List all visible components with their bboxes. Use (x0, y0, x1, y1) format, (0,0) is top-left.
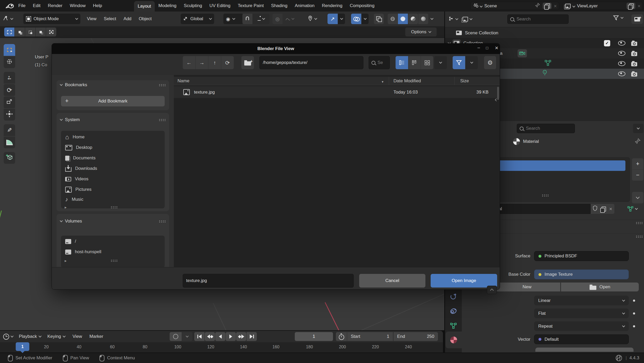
keying-set-dropdown[interactable] (182, 332, 192, 341)
base-color-value-dropdown[interactable]: Image Texture (534, 269, 629, 279)
panel-expand-icon[interactable] (65, 205, 67, 209)
proportional-falloff-dropdown[interactable] (282, 14, 297, 24)
path-input[interactable] (259, 56, 363, 69)
tool-move[interactable] (4, 72, 15, 84)
tab-object-data[interactable] (450, 322, 457, 331)
filter-settings-dropdown[interactable] (465, 56, 478, 69)
sort-descending-icon[interactable] (381, 79, 384, 84)
bookmarks-title[interactable]: Bookmarks (65, 82, 156, 88)
tab-compositing[interactable]: Compositing (346, 3, 378, 8)
scene-selector[interactable]: Scene (470, 2, 559, 10)
use-preview-range-toggle[interactable] (336, 332, 347, 341)
eye-icon[interactable] (618, 71, 625, 76)
outliner-search-input[interactable] (517, 17, 558, 22)
tab-texture-paint[interactable]: Texture Paint (234, 3, 267, 8)
system-grip[interactable] (159, 119, 165, 121)
play-reverse-button[interactable] (215, 332, 225, 341)
sidebar-item-downloads[interactable]: Downloads (61, 163, 165, 174)
proportional-edit-toggle[interactable] (273, 14, 282, 24)
vector-value-dropdown[interactable]: Default (534, 334, 629, 344)
tab-layout[interactable]: Layout (134, 1, 155, 12)
snap-with-dropdown[interactable] (253, 14, 269, 24)
forward-button[interactable] (196, 56, 208, 69)
visibility-chevron-icon[interactable] (314, 17, 317, 20)
overlays-toggle[interactable] (351, 14, 361, 24)
pivot-dropdown[interactable] (223, 14, 243, 24)
blender-logo-icon[interactable] (5, 2, 15, 11)
eye-icon[interactable] (618, 61, 625, 66)
tool-scale[interactable] (4, 96, 15, 108)
editor-type-button[interactable] (3, 15, 13, 23)
tab-rendering[interactable]: Rendering (318, 3, 346, 8)
timeline-view-menu[interactable]: View (69, 334, 86, 339)
menu-help[interactable]: Help (89, 3, 106, 8)
display-vertical-list-button[interactable] (396, 56, 408, 69)
tool-rotate[interactable] (4, 84, 15, 96)
shading-rendered-button[interactable] (418, 14, 428, 24)
new-folder-button[interactable]: + (241, 56, 254, 69)
snap-toggle[interactable] (242, 14, 252, 24)
keyframe-dot[interactable] (633, 300, 635, 302)
projection-dropdown[interactable]: Flat (534, 308, 629, 318)
frame-end-field[interactable]: End 250 (393, 332, 438, 341)
next-keyframe-button[interactable] (236, 332, 246, 341)
tab-modeling[interactable]: Modeling (155, 3, 180, 8)
scroll-up-caret-button[interactable] (487, 286, 497, 294)
scene-dropdown-chevron-icon[interactable] (480, 4, 482, 7)
properties-options-button[interactable] (633, 124, 643, 133)
tab-physics[interactable] (450, 293, 457, 301)
bookmarks-collapse-icon[interactable] (60, 83, 63, 86)
viewport-menu-object[interactable]: Object (135, 16, 155, 21)
copy-material-icon[interactable] (602, 207, 606, 212)
unlink-scene-icon[interactable] (554, 3, 557, 9)
filename-input[interactable] (183, 274, 354, 288)
menu-render[interactable]: Render (44, 3, 66, 8)
select-mode-invert-button[interactable] (36, 28, 46, 36)
bookmarks-grip[interactable] (159, 84, 165, 86)
sidebar-item-home[interactable]: Home (61, 132, 165, 142)
column-size[interactable]: Size (460, 78, 469, 84)
prev-keyframe-button[interactable] (205, 332, 215, 341)
panel-grip[interactable] (636, 222, 642, 224)
shading-wireframe-button[interactable] (388, 14, 398, 24)
tool-annotate[interactable] (4, 124, 15, 136)
viewport-menu-view[interactable]: View (83, 16, 100, 21)
maximize-icon[interactable]: □ (486, 46, 488, 50)
shading-dropdown-chevron-icon[interactable] (430, 17, 433, 20)
display-horizontal-list-button[interactable] (408, 56, 421, 69)
slot-list-grip[interactable] (542, 194, 548, 197)
dialog-titlebar[interactable]: Blender File View – □ ✕ (52, 44, 500, 54)
outliner-row-scene-collection[interactable]: Scene Collection (445, 28, 644, 38)
sidebar-item-pictures[interactable]: Pictures (61, 184, 165, 195)
outliner-search[interactable] (507, 14, 569, 24)
collection-checkbox[interactable] (604, 40, 610, 46)
panel-expand-icon[interactable] (65, 258, 67, 263)
options-dropdown[interactable]: Options (405, 28, 437, 36)
outliner-display-mode-dropdown[interactable] (449, 16, 458, 22)
image-new-button[interactable]: New (494, 283, 560, 291)
panel-grip[interactable] (636, 235, 642, 238)
select-mode-subtract-button[interactable] (25, 28, 35, 36)
file-row-texture[interactable]: texture.jpg Today 16:03 39 KB (174, 86, 500, 98)
system-list-grip[interactable] (110, 206, 117, 208)
frame-start-field[interactable]: Start 1 (347, 332, 393, 341)
outliner-filter-dropdown[interactable] (613, 15, 623, 20)
keyframe-dot[interactable] (633, 312, 635, 315)
dialog-search[interactable] (369, 56, 390, 69)
camera-visibility-icon[interactable] (631, 62, 637, 66)
sidebar-item-desktop[interactable]: Desktop (61, 142, 165, 153)
cancel-button[interactable]: Cancel (359, 274, 425, 288)
remove-viewlayer-icon[interactable] (637, 3, 641, 9)
fake-user-shield-icon[interactable] (593, 205, 597, 212)
menu-edit[interactable]: Edit (29, 3, 44, 8)
select-mode-intersect-button[interactable] (46, 28, 56, 36)
eye-icon[interactable] (618, 51, 625, 56)
new-collection-button[interactable]: + (631, 14, 643, 24)
camera-visibility-icon[interactable] (631, 42, 637, 46)
sidebar-item-music[interactable]: Music (61, 195, 165, 204)
xray-toggle[interactable] (374, 14, 384, 24)
object-visibility-icon[interactable] (308, 15, 313, 23)
playhead[interactable]: 1 (16, 342, 29, 351)
volumes-collapse-icon[interactable] (60, 219, 63, 222)
mode-dropdown[interactable]: Object Mode (23, 14, 80, 24)
